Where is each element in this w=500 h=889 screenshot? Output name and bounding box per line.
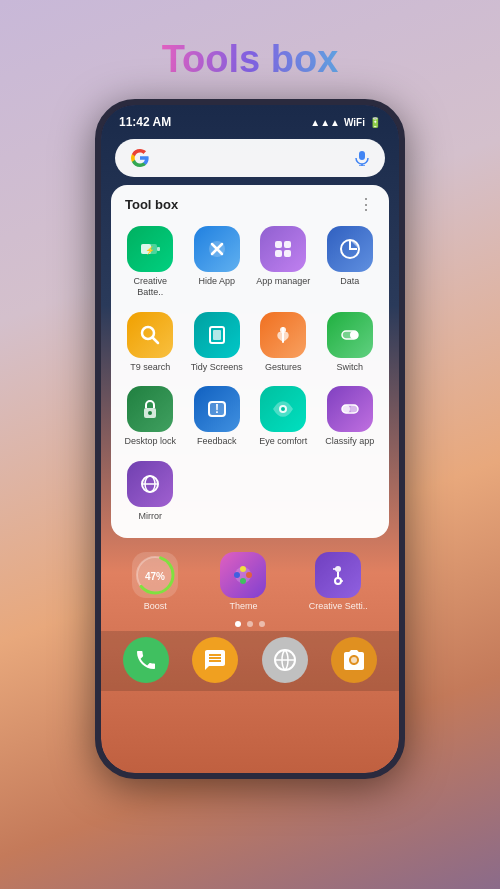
feedback-label: Feedback — [197, 436, 237, 447]
desktop-lock-label: Desktop lock — [124, 436, 176, 447]
signal-icon: ▲▲▲ — [310, 117, 340, 128]
theme-icon — [220, 552, 266, 598]
svg-point-17 — [280, 327, 286, 333]
app-item-t9-search[interactable]: T9 search — [119, 306, 182, 377]
tidy-screens-icon — [194, 312, 240, 358]
toolbox-title: Tool box — [125, 197, 178, 212]
svg-text:⚡: ⚡ — [145, 245, 155, 255]
mirror-icon — [127, 461, 173, 507]
feedback-icon: ! — [194, 386, 240, 432]
app-grid: ⚡ Creative Batte.. Hide App — [119, 220, 381, 526]
svg-point-39 — [240, 566, 246, 572]
svg-point-40 — [246, 572, 252, 578]
svg-point-30 — [342, 405, 350, 413]
bottom-dock: 47% Boost Theme — [101, 544, 399, 615]
creative-battery-icon: ⚡ — [127, 226, 173, 272]
gestures-icon — [260, 312, 306, 358]
svg-rect-9 — [284, 241, 291, 248]
tidy-screens-label: Tidy Screens — [191, 362, 243, 373]
gestures-label: Gestures — [265, 362, 302, 373]
hide-app-label: Hide App — [198, 276, 235, 287]
app-item-feedback[interactable]: ! Feedback — [186, 380, 249, 451]
page-dots — [101, 621, 399, 627]
app-item-switch[interactable]: Switch — [319, 306, 382, 377]
google-logo — [129, 147, 151, 169]
dock-item-boost[interactable]: 47% Boost — [132, 552, 178, 611]
status-time: 11:42 AM — [119, 115, 171, 129]
nav-phone-icon[interactable] — [123, 637, 169, 683]
dock-item-theme[interactable]: Theme — [220, 552, 266, 611]
svg-line-14 — [153, 337, 159, 343]
svg-point-31 — [350, 405, 358, 413]
status-bar: 11:42 AM ▲▲▲ WiFi 🔋 — [101, 105, 399, 133]
svg-rect-8 — [275, 241, 282, 248]
creative-settings-label: Creative Setti.. — [309, 601, 368, 611]
app-item-app-manager[interactable]: App manager — [252, 220, 315, 302]
nav-browser-icon[interactable] — [262, 637, 308, 683]
toolbox-card: Tool box ⋮ ⚡ Creative Batte.. — [111, 185, 389, 538]
status-icons: ▲▲▲ WiFi 🔋 — [310, 117, 381, 128]
svg-point-41 — [240, 578, 246, 584]
classify-app-label: Classify app — [325, 436, 374, 447]
switch-icon — [327, 312, 373, 358]
nav-message-icon[interactable] — [192, 637, 238, 683]
app-item-data[interactable]: Data — [319, 220, 382, 302]
app-item-desktop-lock[interactable]: Desktop lock — [119, 380, 182, 451]
app-item-eye-comfort[interactable]: Eye comfort — [252, 380, 315, 451]
boost-icon: 47% — [132, 552, 178, 598]
battery-icon: 🔋 — [369, 117, 381, 128]
svg-point-22 — [148, 411, 152, 415]
svg-point-42 — [234, 572, 240, 578]
svg-point-20 — [350, 331, 358, 339]
svg-rect-5 — [157, 247, 160, 251]
svg-rect-10 — [275, 250, 282, 257]
hide-app-icon — [194, 226, 240, 272]
eye-comfort-label: Eye comfort — [259, 436, 307, 447]
wifi-icon: WiFi — [344, 117, 365, 128]
classify-app-icon — [327, 386, 373, 432]
mirror-label: Mirror — [139, 511, 163, 522]
svg-point-50 — [351, 657, 357, 663]
phone-screen: 11:42 AM ▲▲▲ WiFi 🔋 — [101, 105, 399, 773]
app-item-tidy-screens[interactable]: Tidy Screens — [186, 306, 249, 377]
svg-point-27 — [281, 407, 285, 411]
svg-rect-16 — [213, 330, 221, 340]
page-title: Tools box — [162, 38, 339, 81]
dock-item-creative-settings[interactable]: Creative Setti.. — [309, 552, 368, 611]
app-manager-label: App manager — [256, 276, 310, 287]
app-item-hide-app[interactable]: Hide App — [186, 220, 249, 302]
creative-settings-icon — [315, 552, 361, 598]
switch-label: Switch — [336, 362, 363, 373]
toolbox-header: Tool box ⋮ — [119, 195, 381, 220]
page-dot-2[interactable] — [247, 621, 253, 627]
app-item-classify-app[interactable]: Classify app — [319, 380, 382, 451]
t9-search-icon — [127, 312, 173, 358]
nav-camera-icon[interactable] — [331, 637, 377, 683]
theme-label: Theme — [229, 601, 257, 611]
phone-frame: 11:42 AM ▲▲▲ WiFi 🔋 — [95, 99, 405, 779]
svg-text:!: ! — [215, 402, 219, 416]
app-manager-icon — [260, 226, 306, 272]
svg-rect-11 — [284, 250, 291, 257]
data-icon — [327, 226, 373, 272]
page-dot-1[interactable] — [235, 621, 241, 627]
eye-comfort-icon — [260, 386, 306, 432]
boost-label: Boost — [144, 601, 167, 611]
nav-bar — [101, 631, 399, 691]
app-item-mirror[interactable]: Mirror — [119, 455, 182, 526]
app-item-gestures[interactable]: Gestures — [252, 306, 315, 377]
search-bar[interactable] — [115, 139, 385, 177]
svg-rect-0 — [359, 151, 365, 160]
desktop-lock-icon — [127, 386, 173, 432]
creative-battery-label: Creative Batte.. — [121, 276, 180, 298]
app-item-creative-battery[interactable]: ⚡ Creative Batte.. — [119, 220, 182, 302]
t9-search-label: T9 search — [130, 362, 170, 373]
mic-icon[interactable] — [353, 149, 371, 167]
svg-text:47%: 47% — [145, 571, 165, 582]
data-label: Data — [340, 276, 359, 287]
more-options-icon[interactable]: ⋮ — [358, 195, 375, 214]
page-dot-3[interactable] — [259, 621, 265, 627]
